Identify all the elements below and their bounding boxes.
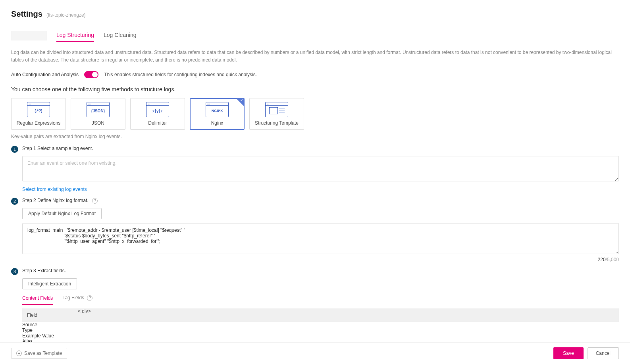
page-title: Settings bbox=[11, 10, 42, 19]
method-json[interactable]: ••• {JSON} JSON bbox=[71, 98, 125, 130]
nginx-icon: ••• NGINX bbox=[206, 102, 229, 117]
tabs: Log Structuring Log Cleaning bbox=[11, 26, 619, 43]
step-1-header: 1 Step 1 Select a sample log event. bbox=[11, 146, 619, 153]
method-nginx[interactable]: ✓ ••• NGINX Nginx bbox=[190, 98, 245, 130]
tab-tag-fields[interactable]: Tag Fields ? bbox=[62, 295, 92, 305]
json-icon: ••• {JSON} bbox=[87, 102, 110, 117]
intelligent-extraction-button[interactable]: Intelligent Extraction bbox=[22, 278, 77, 289]
page-subtitle: (lts-topic-zhengze) bbox=[46, 12, 86, 18]
help-icon[interactable]: ? bbox=[87, 295, 92, 301]
apply-default-format-button[interactable]: Apply Default Nginx Log Format bbox=[22, 208, 102, 219]
col-field: Field bbox=[22, 308, 78, 322]
methods-intro: You can choose one of the following five… bbox=[11, 86, 619, 92]
save-as-template-button[interactable]: + Save as Template bbox=[11, 348, 67, 359]
method-regex[interactable]: ••• (.*?) Regular Expressions bbox=[11, 98, 66, 130]
step-3-header: 3 Step 3 Extract fields. bbox=[11, 268, 619, 275]
select-existing-link[interactable]: Select from existing log events bbox=[22, 187, 87, 192]
auto-config-toggle[interactable] bbox=[84, 71, 98, 78]
methods-help: Key-value pairs are extracted from Nginx… bbox=[11, 134, 619, 139]
char-counter: 220/5,000 bbox=[22, 257, 619, 262]
step-1-title: Step 1 Select a sample log event. bbox=[22, 146, 93, 151]
sample-log-input[interactable] bbox=[22, 156, 619, 181]
step-2-title: Step 2 Define Nginx log format. ? bbox=[22, 198, 98, 204]
delimiter-icon: ••• x|y|z bbox=[146, 102, 169, 117]
auto-config-row: Auto Configuration and Analysis This ena… bbox=[11, 71, 619, 78]
help-icon[interactable]: ? bbox=[92, 198, 98, 204]
template-icon: ••• bbox=[265, 102, 288, 117]
col-example: Example Value bbox=[22, 333, 619, 339]
col-type: Type bbox=[22, 327, 619, 333]
tab-content-fields[interactable]: Content Fields bbox=[22, 295, 53, 305]
step-2-badge: 2 bbox=[11, 198, 18, 205]
nginx-format-input[interactable] bbox=[22, 223, 619, 254]
step-1-badge: 1 bbox=[11, 146, 18, 153]
step-3-badge: 3 bbox=[11, 268, 18, 275]
method-template[interactable]: ••• Structuring Template bbox=[249, 98, 304, 130]
method-delimiter[interactable]: ••• x|y|z Delimiter bbox=[130, 98, 185, 130]
tab-log-cleaning[interactable]: Log Cleaning bbox=[104, 32, 137, 42]
field-sub-tabs: Content Fields Tag Fields ? bbox=[22, 295, 619, 305]
auto-config-label: Auto Configuration and Analysis bbox=[11, 72, 79, 77]
methods: ••• (.*?) Regular Expressions ••• {JSON}… bbox=[11, 98, 619, 130]
save-button[interactable]: Save bbox=[553, 347, 583, 359]
header: Settings (lts-topic-zhengze) bbox=[11, 10, 619, 26]
cancel-button[interactable]: Cancel bbox=[588, 347, 619, 359]
footer-bar: + Save as Template Save Cancel bbox=[0, 342, 630, 364]
fields-table-header: Field < div> bbox=[22, 308, 619, 322]
tab-placeholder bbox=[11, 31, 47, 40]
auto-config-help: This enables structured fields for confi… bbox=[104, 72, 257, 77]
col-source: Source bbox=[22, 322, 619, 327]
regex-icon: ••• (.*?) bbox=[27, 102, 50, 117]
step-3-title: Step 3 Extract fields. bbox=[22, 268, 66, 273]
step-2-header: 2 Step 2 Define Nginx log format. ? bbox=[11, 198, 619, 205]
plus-icon: + bbox=[16, 351, 22, 356]
tab-log-structuring[interactable]: Log Structuring bbox=[56, 32, 94, 42]
description: Log data can be divided into structured … bbox=[11, 49, 619, 64]
